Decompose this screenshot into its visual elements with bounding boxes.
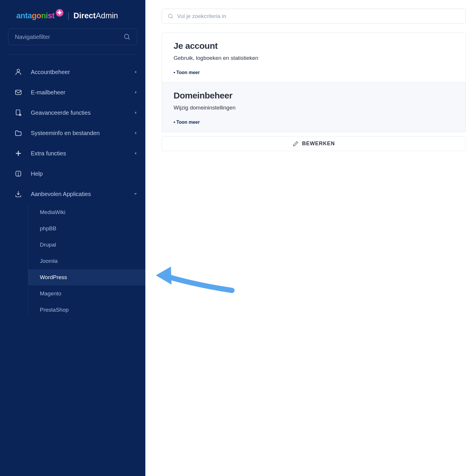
doc-gear-icon — [15, 109, 22, 116]
nav-item-accountbeheer[interactable]: Accountbeheer — [0, 62, 145, 82]
apps-submenu: MediaWiki phpBB Drupal Joomla WordPress … — [28, 204, 145, 318]
sub-item-prestashop[interactable]: PrestaShop — [28, 302, 145, 318]
user-icon — [15, 68, 22, 76]
caret-down-icon — [134, 192, 137, 196]
search-icon — [124, 33, 131, 40]
nav-label: Accountbeheer — [31, 69, 125, 76]
caret-left-icon — [134, 91, 137, 94]
card-account[interactable]: Je account Gebruik, logboeken en statist… — [162, 33, 466, 82]
nav-label: Systeeminfo en bestanden — [31, 130, 125, 136]
alert-icon — [15, 170, 22, 177]
nav-item-geavanceerd[interactable]: Geavanceerde functies — [0, 103, 145, 123]
sub-item-wordpress[interactable]: WordPress — [28, 269, 145, 285]
svg-line-12 — [172, 17, 173, 18]
caret-left-icon — [134, 70, 137, 74]
directadmin-logo: DirectAdmin — [74, 11, 118, 20]
nav-item-emailbeheer[interactable]: E-mailbeheer — [0, 82, 145, 103]
sub-item-joomla[interactable]: Joomla — [28, 253, 145, 269]
svg-point-2 — [17, 69, 19, 72]
card-subtitle: Gebruik, logboeken en statistieken — [174, 55, 454, 61]
nav-label: Help — [31, 170, 137, 177]
search-icon — [168, 13, 174, 19]
card-title: Je account — [174, 41, 454, 51]
svg-point-5 — [19, 114, 21, 116]
show-more-link[interactable]: •Toon meer — [174, 120, 454, 125]
nav-item-systeeminfo[interactable]: Systeeminfo en bestanden — [0, 123, 145, 143]
nav-item-help[interactable]: Help — [0, 164, 145, 184]
folder-icon — [15, 129, 22, 137]
show-more-link[interactable]: •Toon meer — [174, 70, 454, 75]
nav-label: Aanbevolen Applicaties — [31, 191, 125, 197]
main-search-input[interactable] — [177, 13, 460, 19]
nav-filter-input[interactable] — [15, 34, 120, 40]
edit-button[interactable]: BEWERKEN — [162, 136, 466, 151]
logo-separator: | — [67, 11, 69, 20]
download-icon — [15, 190, 22, 198]
nav-item-extra[interactable]: Extra functies — [0, 143, 145, 164]
nav-filter[interactable] — [8, 28, 137, 45]
nav-label: Extra functies — [31, 150, 125, 157]
edit-label: BEWERKEN — [302, 141, 335, 147]
card-domeinbeheer[interactable]: Domeinbeheer Wijzig domeininstellingen •… — [162, 82, 466, 132]
caret-left-icon — [134, 131, 137, 135]
nav-divider — [8, 55, 137, 55]
caret-left-icon — [134, 152, 137, 155]
sub-item-magento[interactable]: Magento — [28, 285, 145, 302]
mail-icon — [15, 89, 22, 96]
plus-badge-icon: ✚ — [56, 9, 63, 17]
svg-point-0 — [124, 34, 129, 39]
svg-rect-4 — [16, 110, 20, 115]
antagonist-logo: antagonist ✚ — [16, 11, 63, 20]
svg-line-1 — [128, 38, 130, 39]
svg-rect-3 — [15, 90, 21, 94]
annotation-arrow-icon — [151, 261, 238, 296]
sidebar: antagonist ✚ | DirectAdmin Accountbeheer… — [0, 0, 145, 476]
nav-item-apps[interactable]: Aanbevolen Applicaties — [0, 184, 145, 204]
main-search[interactable] — [162, 9, 466, 24]
brand-logo: antagonist ✚ | DirectAdmin — [0, 0, 145, 28]
svg-point-10 — [18, 175, 19, 175]
nav-label: E-mailbeheer — [31, 89, 125, 96]
main-content: Je account Gebruik, logboeken en statist… — [145, 0, 466, 476]
sub-item-phpbb[interactable]: phpBB — [28, 220, 145, 237]
svg-point-11 — [169, 14, 172, 18]
caret-left-icon — [134, 111, 137, 114]
nav-label: Geavanceerde functies — [31, 109, 125, 116]
sub-item-mediawiki[interactable]: MediaWiki — [28, 204, 145, 220]
card-subtitle: Wijzig domeininstellingen — [174, 105, 454, 111]
plus-icon — [15, 150, 22, 157]
sub-item-drupal[interactable]: Drupal — [28, 237, 145, 253]
pencil-icon — [293, 141, 299, 147]
nav-list: Accountbeheer E-mailbeheer Geavanceerde … — [0, 58, 145, 318]
card-title: Domeinbeheer — [174, 91, 454, 100]
